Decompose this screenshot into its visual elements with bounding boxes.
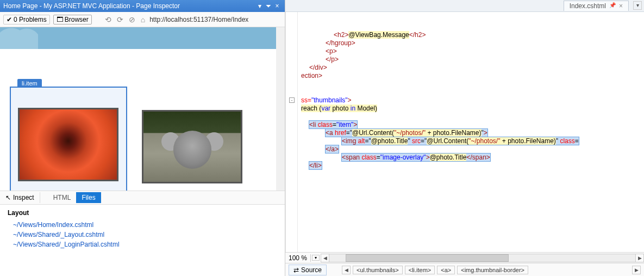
code-gutter: - — [286, 12, 298, 252]
code-editor[interactable]: - <h2>@ViewBag.Message</h2> </hgroup> <p… — [285, 12, 644, 252]
inspector-toolbar: ✔ 0 Problems 🗔 Browser ⟲ ⟳ ⊘ ⌂ http://lo… — [0, 12, 285, 27]
source-label: Source — [301, 266, 322, 274]
tab-overflow-button[interactable]: ▾ — [633, 1, 642, 10]
browser-button[interactable]: 🗔 Browser — [53, 15, 92, 24]
breadcrumb-back-icon[interactable]: ◀ — [342, 266, 351, 274]
thumbnail-image[interactable] — [142, 110, 242, 183]
scroll-right-icon[interactable]: ▶ — [635, 254, 644, 262]
scroll-track[interactable] — [329, 254, 635, 262]
editor-tab[interactable]: Index.cshtml 📌 × — [564, 1, 629, 11]
scroll-left-icon[interactable]: ◀ — [321, 254, 329, 262]
layout-file-link[interactable]: ~/Views/Shared/_Layout.cshtml — [8, 230, 277, 240]
breadcrumb-item[interactable]: <a> — [437, 266, 455, 274]
url-field[interactable]: http://localhost:51137/Home/Index — [149, 16, 282, 23]
breadcrumb-item[interactable]: <li.item> — [405, 266, 435, 274]
breadcrumb-item[interactable]: <ul.thumbnails> — [353, 266, 403, 274]
browser-icon: 🗔 — [57, 16, 63, 23]
layout-heading: Layout — [8, 209, 277, 217]
horizontal-scrollbar[interactable]: ◀ ▶ — [321, 254, 644, 262]
thumbnail-image[interactable] — [18, 108, 118, 181]
collapse-icon[interactable]: - — [289, 97, 295, 103]
zoom-dropdown-icon[interactable]: ▾ — [312, 255, 320, 261]
page-banner — [0, 27, 285, 49]
layout-file-link[interactable]: ~/Views/Home/Index.cshtml — [8, 220, 277, 230]
source-button[interactable]: ⇄ Source — [289, 265, 327, 275]
page-inspector-panel: Home Page - My ASP.NET MVC Application -… — [0, 0, 285, 276]
breadcrumb-item[interactable]: <img.thumbnail-border> — [457, 266, 528, 274]
back-icon[interactable]: ⟲ — [104, 15, 112, 24]
problems-label: 0 Problems — [14, 16, 47, 23]
zoom-value[interactable]: 100 % — [285, 254, 311, 262]
check-icon: ✔ — [7, 16, 12, 23]
close-icon[interactable]: × — [619, 2, 623, 10]
pin-icon[interactable]: 📌 — [609, 2, 616, 10]
close-icon[interactable]: × — [273, 2, 282, 10]
browser-viewport[interactable]: li.item — [0, 27, 285, 191]
breadcrumb-row: ⇄ Source ◀ <ul.thumbnails> <li.item> <a>… — [285, 263, 644, 276]
layout-pane: Layout ~/Views/Home/Index.cshtml ~/Views… — [0, 205, 285, 276]
inspector-tabs: ↖ Inspect HTML Files — [0, 191, 285, 205]
zoom-row: 100 % ▾ ◀ ▶ — [285, 252, 644, 263]
problems-button[interactable]: ✔ 0 Problems — [3, 15, 50, 24]
window-title: Home Page - My ASP.NET MVC Application -… — [3, 2, 255, 10]
editor-tab-row: Index.cshtml 📌 × ▾ — [285, 0, 644, 12]
code-editor-panel: Index.cshtml 📌 × ▾ - <h2>@ViewBag.Messag… — [285, 0, 644, 276]
cursor-icon: ↖ — [5, 194, 11, 201]
tab-html[interactable]: HTML — [48, 192, 77, 203]
inspect-button[interactable]: ↖ Inspect — [0, 192, 40, 203]
tab-filename: Index.cshtml — [570, 2, 606, 10]
vertical-scrollbar[interactable] — [276, 27, 285, 191]
arrows-icon: ⇄ — [293, 266, 299, 274]
forward-icon[interactable]: ⟳ — [116, 15, 124, 24]
pin-icon[interactable]: ⏷ — [264, 2, 273, 10]
inspect-label: Inspect — [13, 194, 34, 201]
window-dropdown-icon[interactable]: ▾ — [255, 2, 264, 10]
layout-file-link[interactable]: ~/Views/Shared/_LoginPartial.cshtml — [8, 240, 277, 249]
tab-files[interactable]: Files — [76, 192, 101, 203]
home-icon[interactable]: ⌂ — [140, 15, 146, 24]
browser-label: Browser — [65, 16, 89, 23]
breadcrumb-forward-icon[interactable]: ▶ — [632, 266, 641, 274]
title-bar[interactable]: Home Page - My ASP.NET MVC Application -… — [0, 0, 285, 12]
scroll-thumb[interactable] — [346, 254, 509, 262]
stop-icon[interactable]: ⊘ — [128, 15, 136, 24]
